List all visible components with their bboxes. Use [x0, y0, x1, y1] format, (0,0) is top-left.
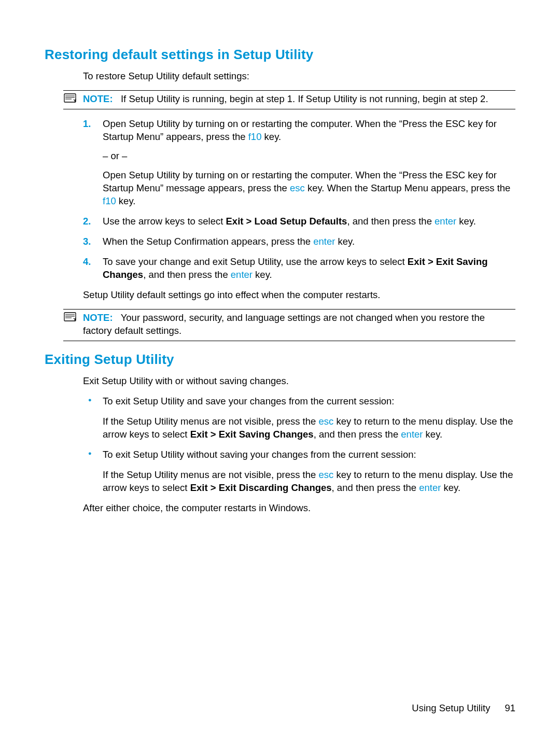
heading-exiting: Exiting Setup Utility — [45, 350, 515, 369]
or-separator: – or – — [103, 150, 515, 163]
note-label: NOTE: — [83, 312, 113, 323]
note-icon — [63, 92, 78, 104]
step-2: 2. Use the arrow keys to select Exit > L… — [83, 215, 515, 228]
key-f10: f10 — [248, 131, 262, 142]
step-number: 3. — [83, 235, 91, 248]
page-number: 91 — [505, 702, 515, 713]
step-number: 4. — [83, 256, 91, 269]
key-esc: esc — [290, 182, 305, 193]
page-footer: Using Setup Utility91 — [412, 702, 515, 715]
menu-path: Exit > Load Setup Defaults — [226, 216, 347, 227]
menu-path: Exit > Exit Saving Changes — [190, 429, 314, 440]
key-enter: enter — [313, 236, 335, 247]
footer-label: Using Setup Utility — [412, 702, 490, 713]
step-4: 4. To save your change and exit Setup Ut… — [83, 256, 515, 282]
note-block-2: NOTE: Your password, security, and langu… — [63, 309, 515, 341]
menu-path: Exit > Exit Discarding Changes — [190, 482, 332, 493]
bullet-lead: To exit Setup Utility and save your chan… — [103, 396, 394, 406]
bullet-list: To exit Setup Utility and save your chan… — [83, 395, 515, 495]
intro-restoring: To restore Setup Utility default setting… — [83, 70, 515, 83]
intro-exiting: Exit Setup Utility with or without savin… — [83, 375, 515, 388]
svg-rect-0 — [64, 94, 76, 102]
key-esc: esc — [318, 416, 333, 427]
steps-list: 1. Open Setup Utility by turning on or r… — [83, 118, 515, 282]
after-steps-text: Setup Utility default settings go into e… — [83, 289, 515, 302]
key-esc: esc — [318, 469, 333, 480]
step-1: 1. Open Setup Utility by turning on or r… — [83, 118, 515, 208]
note-text: If Setup Utility is running, begin at st… — [121, 93, 488, 104]
key-enter: enter — [435, 216, 456, 227]
key-f10: f10 — [103, 195, 116, 206]
step-text: Open Setup Utility by turning on or rest… — [103, 118, 497, 142]
heading-restoring-defaults: Restoring default settings in Setup Util… — [45, 46, 515, 64]
step-number: 2. — [83, 215, 91, 228]
svg-rect-1 — [64, 313, 76, 321]
step-number: 1. — [83, 118, 91, 131]
key-enter: enter — [401, 429, 423, 440]
key-enter: enter — [231, 269, 253, 280]
note-text: Your password, security, and language se… — [83, 312, 485, 336]
bullet-2: To exit Setup Utility without saving you… — [83, 448, 515, 495]
note-icon — [63, 311, 78, 322]
after-either-choice: After either choice, the computer restar… — [83, 502, 515, 515]
bullet-1: To exit Setup Utility and save your chan… — [83, 395, 515, 441]
bullet-lead: To exit Setup Utility without saving you… — [103, 449, 416, 460]
note-block-1: NOTE: If Setup Utility is running, begin… — [63, 90, 515, 109]
key-enter: enter — [419, 482, 441, 493]
note-label: NOTE: — [83, 93, 113, 104]
step-3: 3. When the Setup Confirmation appears, … — [83, 235, 515, 248]
